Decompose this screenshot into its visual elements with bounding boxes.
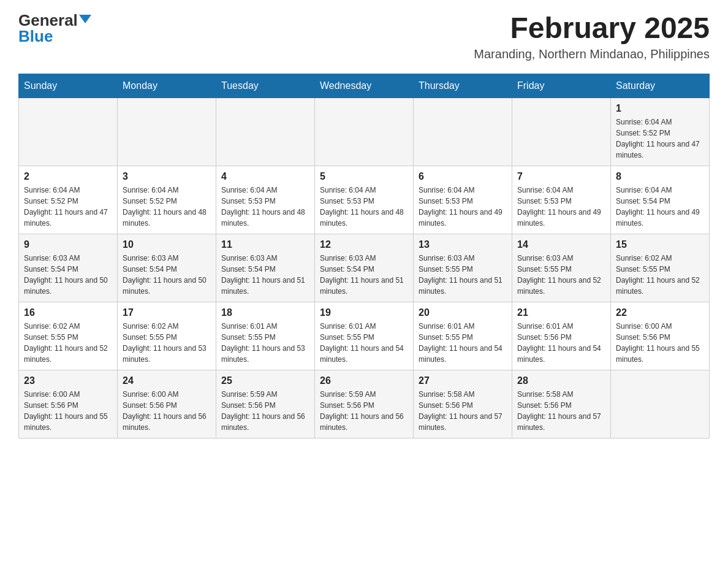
day-number: 24: [123, 375, 211, 386]
day-info: Sunrise: 6:02 AM Sunset: 5:55 PM Dayligh…: [24, 321, 112, 365]
calendar-cell: [118, 98, 216, 166]
day-number: 26: [320, 375, 408, 386]
day-number: 19: [320, 307, 408, 318]
day-number: 16: [24, 307, 112, 318]
logo-triangle-icon: [79, 15, 91, 23]
calendar-cell: 14Sunrise: 6:03 AM Sunset: 5:55 PM Dayli…: [512, 234, 611, 302]
calendar-cell: 1Sunrise: 6:04 AM Sunset: 5:52 PM Daylig…: [611, 98, 710, 166]
day-number: 18: [221, 307, 309, 318]
day-info: Sunrise: 6:02 AM Sunset: 5:55 PM Dayligh…: [123, 321, 211, 365]
title-block: February 2025 Maranding, Northern Mindan…: [474, 12, 710, 61]
logo: General Blue: [18, 12, 91, 44]
day-info: Sunrise: 6:00 AM Sunset: 5:56 PM Dayligh…: [616, 321, 704, 365]
location-title: Maranding, Northern Mindanao, Philippine…: [474, 47, 710, 61]
calendar-cell: 25Sunrise: 5:59 AM Sunset: 5:56 PM Dayli…: [216, 370, 315, 438]
calendar-cell: 3Sunrise: 6:04 AM Sunset: 5:52 PM Daylig…: [118, 166, 216, 234]
calendar-header-row: SundayMondayTuesdayWednesdayThursdayFrid…: [19, 74, 710, 98]
weekday-header-saturday: Saturday: [611, 74, 710, 98]
calendar-week-row: 9Sunrise: 6:03 AM Sunset: 5:54 PM Daylig…: [19, 234, 710, 302]
calendar-cell: [315, 98, 414, 166]
day-number: 17: [123, 307, 211, 318]
day-info: Sunrise: 6:01 AM Sunset: 5:55 PM Dayligh…: [221, 321, 309, 365]
day-number: 23: [24, 375, 112, 386]
day-number: 8: [616, 171, 704, 182]
day-info: Sunrise: 6:04 AM Sunset: 5:52 PM Dayligh…: [24, 185, 112, 229]
day-number: 3: [123, 171, 211, 182]
calendar-cell: 24Sunrise: 6:00 AM Sunset: 5:56 PM Dayli…: [118, 370, 216, 438]
logo-blue-text: Blue: [18, 28, 53, 44]
calendar-cell: [216, 98, 315, 166]
day-info: Sunrise: 6:03 AM Sunset: 5:54 PM Dayligh…: [24, 253, 112, 297]
day-info: Sunrise: 6:01 AM Sunset: 5:55 PM Dayligh…: [419, 321, 507, 365]
day-info: Sunrise: 5:58 AM Sunset: 5:56 PM Dayligh…: [419, 389, 507, 433]
calendar-cell: 16Sunrise: 6:02 AM Sunset: 5:55 PM Dayli…: [19, 302, 118, 370]
day-info: Sunrise: 6:00 AM Sunset: 5:56 PM Dayligh…: [123, 389, 211, 433]
day-number: 27: [419, 375, 507, 386]
day-number: 13: [419, 239, 507, 250]
calendar-cell: [19, 98, 118, 166]
calendar-cell: 11Sunrise: 6:03 AM Sunset: 5:54 PM Dayli…: [216, 234, 315, 302]
day-info: Sunrise: 6:04 AM Sunset: 5:53 PM Dayligh…: [221, 185, 309, 229]
day-number: 2: [24, 171, 112, 182]
day-number: 21: [517, 307, 605, 318]
calendar-cell: 2Sunrise: 6:04 AM Sunset: 5:52 PM Daylig…: [19, 166, 118, 234]
calendar-cell: 15Sunrise: 6:02 AM Sunset: 5:55 PM Dayli…: [611, 234, 710, 302]
calendar-cell: [611, 370, 710, 438]
calendar-week-row: 1Sunrise: 6:04 AM Sunset: 5:52 PM Daylig…: [19, 98, 710, 166]
day-info: Sunrise: 6:03 AM Sunset: 5:55 PM Dayligh…: [517, 253, 605, 297]
day-info: Sunrise: 5:58 AM Sunset: 5:56 PM Dayligh…: [517, 389, 605, 433]
calendar-cell: 26Sunrise: 5:59 AM Sunset: 5:56 PM Dayli…: [315, 370, 414, 438]
weekday-header-wednesday: Wednesday: [315, 74, 414, 98]
day-info: Sunrise: 6:04 AM Sunset: 5:53 PM Dayligh…: [517, 185, 605, 229]
day-number: 7: [517, 171, 605, 182]
day-number: 11: [221, 239, 309, 250]
calendar-cell: 8Sunrise: 6:04 AM Sunset: 5:54 PM Daylig…: [611, 166, 710, 234]
weekday-header-monday: Monday: [118, 74, 216, 98]
day-info: Sunrise: 6:04 AM Sunset: 5:52 PM Dayligh…: [123, 185, 211, 229]
calendar-table: SundayMondayTuesdayWednesdayThursdayFrid…: [18, 74, 710, 439]
calendar-cell: [512, 98, 611, 166]
day-info: Sunrise: 6:03 AM Sunset: 5:54 PM Dayligh…: [221, 253, 309, 297]
calendar-cell: 20Sunrise: 6:01 AM Sunset: 5:55 PM Dayli…: [414, 302, 512, 370]
day-number: 4: [221, 171, 309, 182]
day-number: 1: [616, 103, 704, 114]
day-number: 15: [616, 239, 704, 250]
calendar-cell: 13Sunrise: 6:03 AM Sunset: 5:55 PM Dayli…: [414, 234, 512, 302]
calendar-cell: 9Sunrise: 6:03 AM Sunset: 5:54 PM Daylig…: [19, 234, 118, 302]
day-number: 14: [517, 239, 605, 250]
weekday-header-friday: Friday: [512, 74, 611, 98]
day-info: Sunrise: 6:03 AM Sunset: 5:54 PM Dayligh…: [123, 253, 211, 297]
calendar-cell: 19Sunrise: 6:01 AM Sunset: 5:55 PM Dayli…: [315, 302, 414, 370]
day-number: 5: [320, 171, 408, 182]
weekday-header-sunday: Sunday: [19, 74, 118, 98]
day-info: Sunrise: 5:59 AM Sunset: 5:56 PM Dayligh…: [320, 389, 408, 433]
day-info: Sunrise: 6:04 AM Sunset: 5:54 PM Dayligh…: [616, 185, 704, 229]
weekday-header-tuesday: Tuesday: [216, 74, 315, 98]
day-info: Sunrise: 6:03 AM Sunset: 5:55 PM Dayligh…: [419, 253, 507, 297]
day-info: Sunrise: 5:59 AM Sunset: 5:56 PM Dayligh…: [221, 389, 309, 433]
day-number: 12: [320, 239, 408, 250]
day-number: 25: [221, 375, 309, 386]
day-number: 20: [419, 307, 507, 318]
calendar-cell: 4Sunrise: 6:04 AM Sunset: 5:53 PM Daylig…: [216, 166, 315, 234]
calendar-cell: 5Sunrise: 6:04 AM Sunset: 5:53 PM Daylig…: [315, 166, 414, 234]
day-info: Sunrise: 6:01 AM Sunset: 5:56 PM Dayligh…: [517, 321, 605, 365]
day-number: 9: [24, 239, 112, 250]
calendar-cell: 22Sunrise: 6:00 AM Sunset: 5:56 PM Dayli…: [611, 302, 710, 370]
calendar-week-row: 23Sunrise: 6:00 AM Sunset: 5:56 PM Dayli…: [19, 370, 710, 438]
calendar-cell: 23Sunrise: 6:00 AM Sunset: 5:56 PM Dayli…: [19, 370, 118, 438]
day-info: Sunrise: 6:02 AM Sunset: 5:55 PM Dayligh…: [616, 253, 704, 297]
calendar-cell: 28Sunrise: 5:58 AM Sunset: 5:56 PM Dayli…: [512, 370, 611, 438]
day-info: Sunrise: 6:04 AM Sunset: 5:53 PM Dayligh…: [320, 185, 408, 229]
month-title: February 2025: [474, 12, 710, 45]
calendar-week-row: 16Sunrise: 6:02 AM Sunset: 5:55 PM Dayli…: [19, 302, 710, 370]
calendar-cell: 17Sunrise: 6:02 AM Sunset: 5:55 PM Dayli…: [118, 302, 216, 370]
day-number: 22: [616, 307, 704, 318]
weekday-header-thursday: Thursday: [414, 74, 512, 98]
day-info: Sunrise: 6:04 AM Sunset: 5:53 PM Dayligh…: [419, 185, 507, 229]
calendar-cell: 10Sunrise: 6:03 AM Sunset: 5:54 PM Dayli…: [118, 234, 216, 302]
page-header: General Blue February 2025 Maranding, No…: [18, 12, 710, 61]
calendar-cell: 18Sunrise: 6:01 AM Sunset: 5:55 PM Dayli…: [216, 302, 315, 370]
day-info: Sunrise: 6:00 AM Sunset: 5:56 PM Dayligh…: [24, 389, 112, 433]
calendar-cell: 21Sunrise: 6:01 AM Sunset: 5:56 PM Dayli…: [512, 302, 611, 370]
